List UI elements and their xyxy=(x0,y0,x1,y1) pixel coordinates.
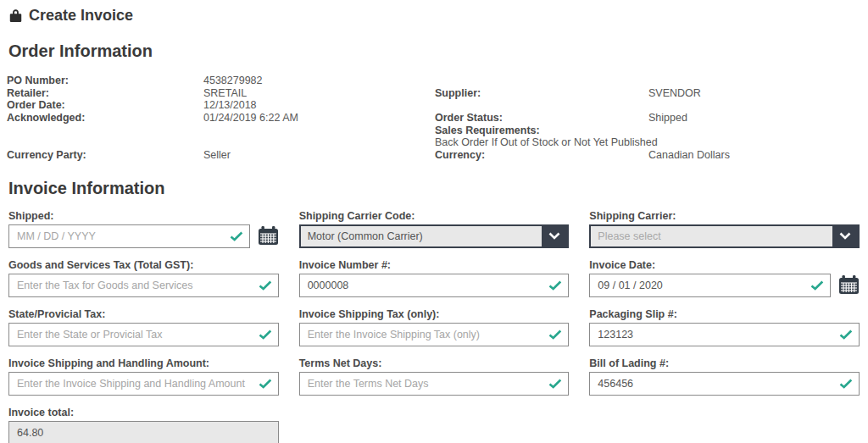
currency-party-value: Seller xyxy=(203,149,231,161)
shipping-carrier-code-select[interactable]: Motor (Common Carrier) xyxy=(299,224,570,248)
order-information-heading: Order Information xyxy=(8,42,861,61)
state-tax-input[interactable] xyxy=(8,323,279,346)
spacer-row xyxy=(435,99,861,112)
shipping-carrier-label: Shipping Carrier: xyxy=(589,210,860,222)
gst-label: Goods and Services Tax (Total GST): xyxy=(8,259,279,271)
field-invoice-number: Invoice Number #: xyxy=(299,259,570,297)
create-invoice-page: Create Invoice Order Information PO Numb… xyxy=(0,0,868,443)
shipped-input[interactable] xyxy=(8,224,250,248)
field-supplier: Supplier:SVENDOR xyxy=(435,87,861,100)
briefcase-icon xyxy=(8,9,23,23)
currency-label: Currency: xyxy=(435,149,648,162)
spacer-row xyxy=(7,125,435,137)
invoice-shipping-tax-input[interactable] xyxy=(299,323,570,346)
order-status-value: Shipped xyxy=(648,112,687,124)
field-invoice-total: Invoice total: xyxy=(8,407,279,443)
chevron-down-icon xyxy=(832,226,858,246)
order-information: PO Number:4538279982 Retailer:SRETAIL Or… xyxy=(7,75,861,162)
bill-of-lading-input[interactable] xyxy=(589,372,860,396)
field-gst: Goods and Services Tax (Total GST): xyxy=(8,259,279,297)
calendar-icon[interactable] xyxy=(838,275,860,295)
page-title: Create Invoice xyxy=(29,7,133,25)
invoice-date-input[interactable] xyxy=(589,274,831,297)
shipped-label: Shipped: xyxy=(8,210,279,222)
packaging-slip-input[interactable] xyxy=(589,323,860,346)
invoice-form: Shipped: xyxy=(7,210,861,443)
shipping-handling-label: Invoice Shipping and Handling Amount: xyxy=(8,357,279,369)
field-packaging-slip: Packaging Slip #: xyxy=(589,308,860,346)
field-retailer: Retailer:SRETAIL xyxy=(7,87,435,100)
field-po-number: PO Number:4538279982 xyxy=(7,75,435,87)
field-order-status: Order Status:Shipped xyxy=(435,112,861,125)
sales-requirements-value: Back Order If Out of Stock or Not Yet Pu… xyxy=(435,136,861,149)
acknowledged-label: Acknowledged: xyxy=(7,112,203,125)
invoice-number-label: Invoice Number #: xyxy=(299,259,570,271)
invoice-total-input xyxy=(8,421,279,443)
chevron-down-icon xyxy=(542,226,567,246)
field-acknowledged: Acknowledged:01/24/2019 6:22 AM xyxy=(7,112,435,125)
field-state-tax: State/Provicial Tax: xyxy=(8,308,279,346)
invoice-date-label: Invoice Date: xyxy=(589,259,860,271)
field-currency-party: Currency Party:Seller xyxy=(7,149,435,162)
field-bill-of-lading: Bill of Lading #: xyxy=(589,357,860,396)
supplier-value: SVENDOR xyxy=(648,87,701,99)
sales-requirements-label: Sales Requirements: xyxy=(435,125,648,137)
field-shipping-carrier-code: Shipping Carrier Code: Motor (Common Car… xyxy=(299,210,570,248)
invoice-total-label: Invoice total: xyxy=(8,407,279,418)
field-shipped: Shipped: xyxy=(8,210,279,248)
selected-option: Motor (Common Carrier) xyxy=(301,226,542,246)
order-date-value: 12/13/2018 xyxy=(203,99,257,111)
currency-party-label: Currency Party: xyxy=(7,149,203,162)
page-header: Create Invoice xyxy=(8,7,861,25)
shipping-handling-input[interactable] xyxy=(8,372,279,396)
invoice-number-input[interactable] xyxy=(299,274,570,297)
retailer-value: SRETAIL xyxy=(203,87,247,99)
state-tax-label: State/Provicial Tax: xyxy=(8,308,279,320)
po-number-value: 4538279982 xyxy=(203,75,263,86)
order-info-right-column: Supplier:SVENDOR Order Status:Shipped Sa… xyxy=(435,75,861,162)
bill-of-lading-label: Bill of Lading #: xyxy=(589,357,860,369)
packaging-slip-label: Packaging Slip #: xyxy=(589,308,860,320)
field-invoice-date: Invoice Date: xyxy=(589,259,860,297)
invoice-shipping-tax-label: Invoice Shipping Tax (only): xyxy=(299,308,570,320)
selected-option: Please select xyxy=(591,226,832,246)
field-order-date: Order Date:12/13/2018 xyxy=(7,99,435,112)
field-sales-requirements: Sales Requirements: xyxy=(435,125,861,137)
empty-cell xyxy=(299,407,570,443)
field-shipping-handling: Invoice Shipping and Handling Amount: xyxy=(8,357,279,396)
empty-cell xyxy=(589,407,860,443)
spacer-row xyxy=(7,137,435,150)
po-number-label: PO Number: xyxy=(7,75,203,87)
shipping-carrier-select[interactable]: Please select xyxy=(589,224,860,248)
field-terms-net-days: Terms Net Days: xyxy=(299,357,570,396)
field-invoice-shipping-tax: Invoice Shipping Tax (only): xyxy=(299,308,570,346)
currency-value: Canadian Dollars xyxy=(648,149,730,161)
terms-net-days-input[interactable] xyxy=(299,372,570,396)
gst-input[interactable] xyxy=(8,274,279,297)
field-currency: Currency:Canadian Dollars xyxy=(435,149,861,162)
retailer-label: Retailer: xyxy=(7,87,203,100)
shipping-carrier-code-label: Shipping Carrier Code: xyxy=(299,210,570,222)
invoice-information-heading: Invoice Information xyxy=(8,179,861,198)
calendar-icon[interactable] xyxy=(258,226,279,246)
order-status-label: Order Status: xyxy=(435,112,648,125)
terms-net-days-label: Terms Net Days: xyxy=(299,357,570,369)
acknowledged-value: 01/24/2019 6:22 AM xyxy=(203,112,298,124)
supplier-label: Supplier: xyxy=(435,87,648,100)
spacer-row xyxy=(435,75,861,87)
order-date-label: Order Date: xyxy=(7,99,203,112)
field-shipping-carrier: Shipping Carrier: Please select xyxy=(589,210,860,248)
order-info-left-column: PO Number:4538279982 Retailer:SRETAIL Or… xyxy=(7,75,435,162)
